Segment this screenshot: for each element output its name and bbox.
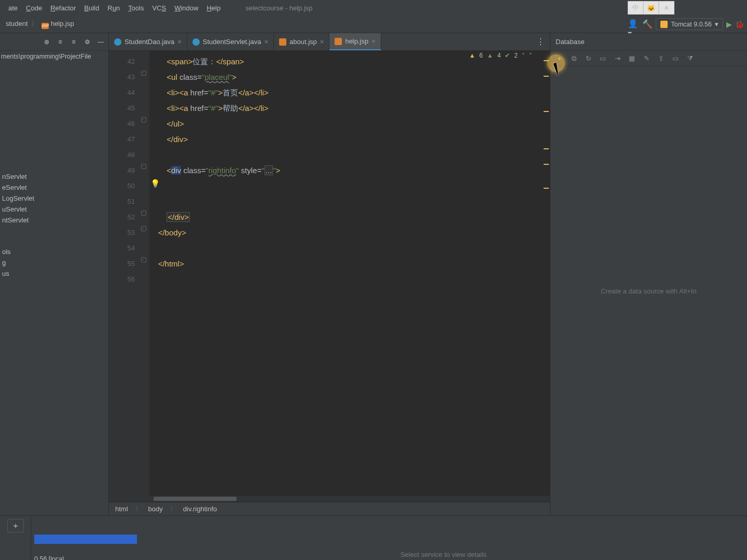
tab-label: StudentServlet.java: [203, 38, 261, 46]
tab-about[interactable]: about.jsp×: [274, 33, 329, 50]
menu-refactor[interactable]: Refactor: [46, 2, 80, 14]
tree-item[interactable]: nServlet: [0, 171, 108, 182]
breadcrumb-item[interactable]: help.jsp: [51, 20, 74, 27]
tab-studentservlet[interactable]: StudentServlet.java×: [187, 33, 274, 50]
ime-c[interactable]: ☀: [659, 1, 674, 15]
hide-icon[interactable]: —: [96, 37, 105, 47]
project-tree[interactable]: nServlet eServlet LogServlet uServlet nt…: [0, 171, 108, 226]
services-tree[interactable]: 0.56 [local ctcourse:w: [31, 516, 140, 560]
project-tree-2[interactable]: ols g us: [0, 246, 108, 279]
error-stripe[interactable]: [543, 51, 549, 496]
tab-label: StudentDao.java: [125, 38, 174, 46]
database-title[interactable]: Database: [550, 33, 747, 51]
build-icon[interactable]: 🔨: [642, 19, 653, 29]
menu-vcs[interactable]: VCS: [148, 2, 170, 14]
run-button[interactable]: ▶: [726, 20, 732, 29]
database-empty-hint: Create a data source with Alt+In: [550, 66, 747, 515]
collapse-icon[interactable]: ≡: [69, 37, 78, 47]
menu-tools[interactable]: Tools: [124, 2, 148, 14]
duplicate-icon[interactable]: ⧉: [569, 54, 578, 63]
scrollbar-thumb[interactable]: [154, 497, 237, 501]
tree-item[interactable]: us: [0, 268, 108, 279]
services-tool-window: ＋ 0.56 [local ctcourse:w Select service …: [0, 515, 747, 560]
close-icon[interactable]: ×: [371, 37, 376, 45]
selected-service[interactable]: [34, 535, 137, 544]
jump-icon[interactable]: ⇥: [613, 54, 622, 63]
expand-icon[interactable]: ≡: [56, 37, 65, 47]
refresh-icon[interactable]: ↻: [584, 54, 593, 63]
service-item[interactable]: 0.56 [local: [34, 554, 137, 560]
tree-item[interactable]: eServlet: [0, 182, 108, 193]
chevron-right-icon: 〉: [135, 505, 141, 513]
breadcrumb-item[interactable]: student: [6, 20, 28, 27]
tab-studentdao[interactable]: StudentDao.java×: [109, 33, 187, 50]
database-toolbar: ＋ ⧉ ↻ ▭ ⇥ ▦ ✎ ⇪ ▭ ⧩: [550, 51, 747, 66]
debug-button[interactable]: 🐞: [735, 20, 744, 29]
code-with-me-icon[interactable]: 👤▾: [628, 19, 639, 30]
close-icon[interactable]: ×: [264, 38, 268, 46]
close-icon[interactable]: ×: [177, 38, 182, 46]
breadcrumb-item[interactable]: html: [115, 505, 128, 513]
jsp-icon: [279, 38, 286, 46]
close-icon[interactable]: ×: [320, 38, 324, 46]
console-icon[interactable]: ▭: [671, 54, 680, 63]
fold-marker[interactable]: [141, 257, 146, 262]
ime-indicator[interactable]: 中 🐱 ☀: [628, 1, 674, 15]
table-icon[interactable]: ▦: [627, 54, 637, 63]
fold-marker[interactable]: [141, 211, 146, 216]
stop-icon[interactable]: ▭: [598, 54, 607, 63]
fold-marker[interactable]: [141, 117, 146, 122]
prev-highlight-icon[interactable]: ˄: [522, 52, 525, 59]
editor-tabs: StudentDao.java× StudentServlet.java× ab…: [109, 33, 550, 51]
run-config-label: Tomcat 9.0.56: [671, 21, 712, 28]
gear-icon[interactable]: ⚙: [82, 37, 92, 47]
horizontal-scrollbar[interactable]: [109, 496, 550, 502]
menu-window[interactable]: Window: [170, 2, 202, 14]
ime-lang[interactable]: 中: [628, 1, 643, 15]
check-icon: ✔: [505, 52, 510, 59]
menu-edit[interactable]: ate: [4, 2, 22, 14]
code-area[interactable]: <span>位置：</span> <ul class="placeul"> <l…: [149, 51, 550, 496]
tomcat-icon: [660, 21, 668, 28]
fold-marker[interactable]: [141, 71, 146, 76]
warning-count: 6: [479, 52, 483, 59]
edit-icon[interactable]: ✎: [642, 54, 651, 63]
tree-item[interactable]: g: [0, 257, 108, 268]
tree-item[interactable]: ols: [0, 246, 108, 257]
locate-icon[interactable]: ⊕: [42, 37, 51, 47]
services-toolbar: ＋: [0, 516, 31, 560]
tab-label: help.jsp: [345, 37, 368, 45]
menu-code[interactable]: Code: [22, 2, 46, 14]
fold-marker[interactable]: [141, 164, 146, 169]
code-editor[interactable]: 424344454647484950515253545556 <span>位置：…: [109, 51, 550, 496]
tree-item[interactable]: uServlet: [0, 204, 108, 215]
tree-item[interactable]: ntServlet: [0, 215, 108, 226]
line-gutter[interactable]: 424344454647484950515253545556: [109, 51, 139, 496]
filter-icon[interactable]: ⧩: [685, 54, 695, 63]
ddl-icon[interactable]: ⇪: [656, 54, 666, 63]
project-toolbar: ⊕ ≡ ≡ ⚙ —: [0, 33, 108, 51]
inspection-widget[interactable]: ▲6 ▲4 ✔2 ˄ ˅: [469, 52, 532, 59]
fold-marker[interactable]: [141, 226, 146, 231]
next-highlight-icon[interactable]: ˅: [529, 52, 532, 59]
add-service-button[interactable]: ＋: [7, 519, 24, 533]
editor-breadcrumb[interactable]: html〉 body〉 div.rightinfo: [109, 502, 550, 515]
intention-bulb-icon[interactable]: 💡: [150, 179, 160, 188]
breadcrumb-item[interactable]: body: [148, 505, 163, 513]
jsp-icon: JSP: [42, 23, 49, 29]
tab-more-icon[interactable]: ⋮: [531, 33, 550, 50]
weak-count: 4: [497, 52, 501, 59]
tree-item[interactable]: LogServlet: [0, 193, 108, 204]
run-config-selector[interactable]: Tomcat 9.0.56 ▾: [656, 18, 723, 30]
menu-build[interactable]: Build: [80, 2, 103, 14]
run-toolbar: 👤▾ 🔨 Tomcat 9.0.56 ▾ ▶ 🐞: [628, 18, 744, 30]
ime-b[interactable]: 🐱: [643, 1, 659, 15]
tab-help[interactable]: help.jsp×: [329, 33, 381, 50]
services-detail: Select service to view details: [140, 516, 747, 560]
menu-run[interactable]: Run: [103, 2, 124, 14]
breadcrumb[interactable]: student 〉 JSPhelp.jsp: [3, 18, 77, 30]
breadcrumb-item[interactable]: div.rightinfo: [183, 505, 217, 513]
menu-help[interactable]: Help: [202, 2, 225, 14]
add-icon[interactable]: ＋: [555, 54, 564, 63]
fold-gutter[interactable]: [139, 51, 149, 496]
